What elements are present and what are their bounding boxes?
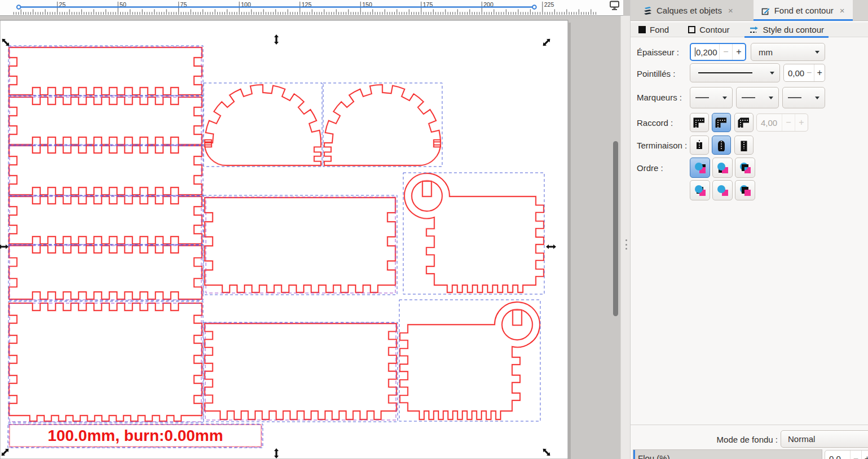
paint-order-icon [693,161,707,174]
markers-label: Marqueurs : [637,93,682,102]
subtab-fill[interactable]: Fond [633,23,675,37]
blur-label: Flou (%) [638,453,670,459]
ruler-label: 225 [544,1,554,8]
inkscape-window: 255075100125150175200225 100.0mm, burn:0… [0,0,868,459]
dimension-text[interactable]: 100.0mm, burn:0.00mm [47,427,223,444]
layers-icon [643,6,653,15]
round-join-icon [715,116,728,129]
dash-offset-spinbox[interactable]: 0,00 − + [783,64,825,82]
stroke-width-value: 0,200 [696,47,717,57]
paint-order-button-4[interactable] [690,180,710,200]
marker-mid-dropdown[interactable] [736,87,779,108]
decrement-button[interactable]: − [719,44,732,60]
close-icon[interactable]: × [728,6,733,15]
miter-limit-spinbox: 4,00 − + [756,113,808,132]
chevron-down-icon [770,72,774,77]
round-cap-icon [715,139,728,151]
dashes-label: Pointillés : [637,69,675,78]
chevron-down-icon [722,97,727,102]
increment-button[interactable]: + [814,64,825,81]
tab-layers-objects[interactable]: Calques et objets × [635,0,741,21]
tab-fill-stroke[interactable]: Fond et contour × [754,0,853,21]
bevel-join-icon [738,116,750,129]
vertical-scrollbar[interactable] [613,141,618,316]
tab-label: Fond et contour [774,6,834,15]
blend-mode-label: Mode de fondu : [717,435,778,444]
cap-square-button[interactable] [734,135,754,155]
marker-start-dropdown[interactable] [690,87,733,108]
paint-order-button-1[interactable] [690,158,710,178]
paint-order-button-6[interactable] [735,180,755,200]
blur-row: Flou (%) 0,0 − + [633,449,868,459]
line-icon [788,97,801,98]
subtab-label: Style du contour [763,25,824,34]
subtab-label: Contour [699,25,729,34]
blend-mode-dropdown[interactable]: Normal [781,430,868,448]
stroke-width-spinbox[interactable]: 0,200 − + [690,43,746,61]
blur-value: 0,0 [829,454,841,459]
paint-order-icon [693,183,707,197]
join-round-button[interactable] [712,113,731,132]
horizontal-ruler[interactable]: 255075100125150175200225 [0,0,623,16]
paint-order-icon [716,161,729,174]
chevron-down-icon [769,97,773,102]
dash-pattern-dropdown[interactable] [690,63,780,82]
marker-end-dropdown[interactable] [782,87,825,108]
drag-dots-icon [625,239,627,250]
fill-square-icon [638,26,646,33]
blur-slider-handle[interactable] [633,450,635,459]
line-icon [695,97,709,98]
blur-slider[interactable]: Flou (%) [633,449,822,459]
paint-order-button-2[interactable] [712,158,733,178]
text-caret [695,47,695,56]
unit-value: mm [759,47,773,57]
miter-join-icon [693,116,706,129]
join-label: Raccord : [637,118,673,128]
subtab-stroke-paint[interactable]: Contour [682,23,735,37]
decrement-button[interactable]: − [850,451,861,459]
width-label: Épaisseur : [637,47,679,57]
panel-resize-handle[interactable] [620,16,630,459]
display-icon[interactable] [609,1,620,11]
subtab-label: Fond [650,25,669,34]
unit-dropdown[interactable]: mm [751,43,825,61]
paint-order-icon [738,183,752,197]
fill-stroke-dock: Calques et objets × Fond et contour × Fo… [630,0,868,459]
cap-butt-button[interactable] [690,135,709,155]
butt-cap-icon [693,139,706,151]
paint-order-icon [716,183,729,197]
solid-line-icon [698,72,752,73]
order-label: Ordre : [637,163,663,173]
increment-button[interactable]: + [732,44,745,60]
chevron-down-icon [815,51,819,56]
stroke-style-icon [749,26,759,34]
square-cap-icon [738,139,750,151]
decrement-button[interactable]: − [804,64,814,81]
chevron-down-icon [815,97,819,102]
fill-stroke-icon [761,6,770,15]
line-icon [742,97,755,98]
blur-spinbox[interactable]: 0,0 − + [825,450,868,459]
decrement-button: − [782,114,795,131]
paint-order-button-5[interactable] [712,180,733,200]
subtab-stroke-style[interactable]: Style du contour [743,23,830,37]
join-bevel-button[interactable] [734,113,754,132]
join-miter-button[interactable] [690,113,709,132]
paint-order-button-3[interactable] [735,158,755,178]
miter-limit-value: 4,00 [761,118,777,128]
increment-button: + [795,114,808,131]
cap-label: Terminaison : [637,141,687,150]
dock-tab-bar: Calques et objets × Fond et contour × [631,0,868,21]
tab-label: Calques et objets [656,6,722,15]
stroke-square-icon [688,26,695,33]
drawing-canvas[interactable]: 100.0mm, burn:0.00mm [0,16,623,459]
paint-order-icon [738,161,752,174]
dash-offset-value: 0,00 [788,68,804,78]
fill-stroke-subtabs: Fond Contour Style du contour [631,23,868,37]
cap-round-button[interactable] [712,135,731,155]
blend-mode-value: Normal [781,434,815,444]
increment-button[interactable]: + [861,451,868,459]
close-icon[interactable]: × [840,6,845,15]
